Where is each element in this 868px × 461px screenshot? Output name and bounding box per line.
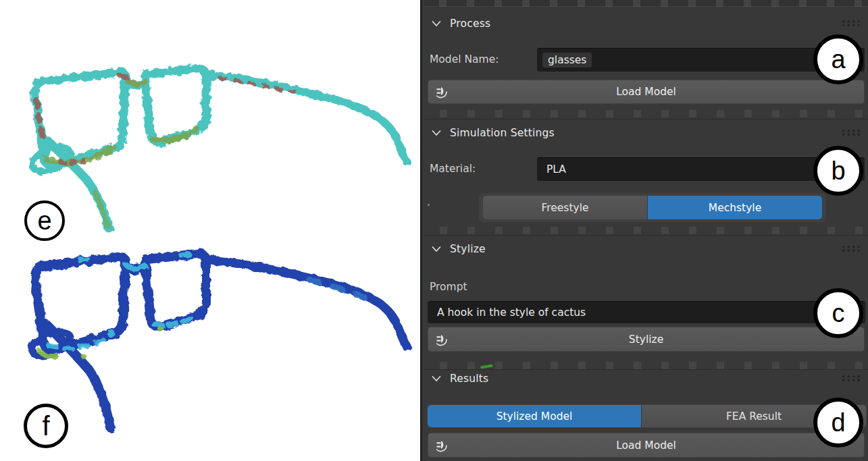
section-title-stylize: Stylize [450,243,486,255]
section-separator [425,227,867,234]
prompt-value: A hook in the style of cactus [437,306,586,319]
material-value: PLA [546,163,566,175]
figure-canvas: e f Process Model Name: glasses [0,0,868,461]
result-view-toggle: Stylized Model FEA Result [428,405,866,427]
figure-marker-c-letter: c [832,299,845,328]
section-title-simulation: Simulation Settings [450,127,555,139]
section-title-results: Results [450,373,488,385]
style-mode-toggle: Freestyle Mechstyle [483,196,822,219]
section-divider [424,119,868,119]
panel-drag-grip[interactable] [841,375,861,382]
chevron-down-icon[interactable] [432,375,441,382]
mechstyle-button[interactable]: Mechstyle [647,196,822,219]
figure-marker-f: f [24,404,68,448]
section-header-process[interactable]: Process [424,14,868,33]
blender-sidebar-panel: Process Model Name: glasses Load Model S… [420,0,868,461]
prompt-input[interactable]: A hook in the style of cactus [428,301,865,323]
section-separator [425,110,867,117]
figure-marker-a-letter: a [831,45,845,74]
figure-marker-e: e [24,200,65,241]
model-name-label: Model Name: [430,53,499,65]
section-title-process: Process [450,18,490,30]
figure-marker-d-letter: d [831,408,845,437]
figure-marker-a: a [813,34,863,84]
prompt-label: Prompt [430,281,467,293]
stylize-button-label: Stylize [629,333,663,346]
plugin-icon [434,84,449,99]
load-model-label-bottom: Load Model [616,439,676,452]
freestyle-button[interactable]: Freestyle [483,196,647,219]
load-model-label-top: Load Model [616,86,676,98]
model-name-value: glasses [542,53,592,67]
fea-glasses-model [19,244,414,447]
panel-drag-grip[interactable] [841,20,861,27]
stylized-model-button[interactable]: Stylized Model [428,405,641,427]
fea-result-label: FEA Result [726,410,782,423]
figure-area: e f [0,0,420,461]
freestyle-label: Freestyle [541,202,588,214]
figure-marker-f-letter: f [42,411,49,441]
figure-marker-d: d [813,398,863,448]
stylized-model-label: Stylized Model [496,410,573,423]
mechstyle-label: Mechstyle [709,202,761,214]
stylize-button[interactable]: Stylize [428,327,865,352]
chevron-down-icon[interactable] [432,246,441,252]
material-label: Material: [430,163,476,175]
chevron-down-icon[interactable] [432,130,441,136]
panel-drag-grip[interactable] [841,129,861,136]
section-header-stylize[interactable]: Stylize [424,240,868,259]
section-header-results[interactable]: Results [424,369,868,388]
plugin-icon [434,438,449,453]
chevron-down-icon[interactable] [432,20,441,27]
panel-drag-grip[interactable] [841,245,861,252]
figure-marker-b: b [813,146,863,196]
section-divider [424,235,868,236]
load-model-button-top[interactable]: Load Model [428,80,865,104]
figure-marker-c: c [813,288,863,338]
viewport-top-strip [424,0,868,7]
figure-marker-e-letter: e [37,207,51,236]
row-dot-label [428,204,430,206]
load-model-button-bottom[interactable]: Load Model [428,433,865,458]
plugin-icon [434,332,449,347]
stylized-glasses-model [19,59,414,242]
figure-marker-b-letter: b [831,157,845,186]
section-header-simulation[interactable]: Simulation Settings [424,124,868,142]
